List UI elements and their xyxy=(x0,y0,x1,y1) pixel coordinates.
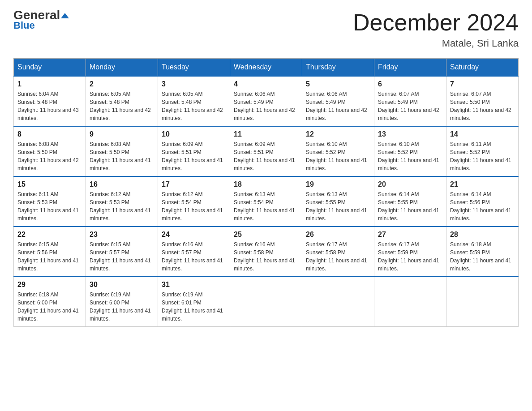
week-row-3: 15 Sunrise: 6:11 AM Sunset: 5:53 PM Dayl… xyxy=(14,176,519,227)
page-header: General Blue December 2024 Matale, Sri L… xyxy=(13,9,519,49)
day-info: Sunrise: 6:12 AM Sunset: 5:54 PM Dayligh… xyxy=(162,190,226,223)
day-info: Sunrise: 6:18 AM Sunset: 6:00 PM Dayligh… xyxy=(17,291,82,323)
day-info: Sunrise: 6:18 AM Sunset: 5:59 PM Dayligh… xyxy=(450,240,515,273)
day-number: 28 xyxy=(450,231,515,239)
day-number: 18 xyxy=(234,180,298,188)
day-info: Sunrise: 6:09 AM Sunset: 5:51 PM Dayligh… xyxy=(234,140,298,172)
day-number: 1 xyxy=(17,80,82,88)
calendar-cell: 30 Sunrise: 6:19 AM Sunset: 6:00 PM Dayl… xyxy=(86,277,158,327)
day-info: Sunrise: 6:07 AM Sunset: 5:49 PM Dayligh… xyxy=(378,90,442,122)
day-number: 21 xyxy=(450,180,515,188)
calendar-cell: 22 Sunrise: 6:15 AM Sunset: 5:56 PM Dayl… xyxy=(14,227,86,277)
calendar-header-row: SundayMondayTuesdayWednesdayThursdayFrid… xyxy=(14,59,519,77)
day-info: Sunrise: 6:07 AM Sunset: 5:50 PM Dayligh… xyxy=(450,90,515,122)
day-number: 30 xyxy=(90,281,154,289)
day-info: Sunrise: 6:15 AM Sunset: 5:57 PM Dayligh… xyxy=(90,240,154,273)
calendar-cell xyxy=(446,277,519,327)
logo-blue: Blue xyxy=(13,20,35,31)
day-number: 29 xyxy=(17,281,82,289)
day-info: Sunrise: 6:15 AM Sunset: 5:56 PM Dayligh… xyxy=(17,240,82,273)
calendar-cell: 14 Sunrise: 6:11 AM Sunset: 5:52 PM Dayl… xyxy=(446,126,519,176)
day-number: 16 xyxy=(90,180,154,188)
day-number: 5 xyxy=(306,80,370,88)
calendar-cell: 12 Sunrise: 6:10 AM Sunset: 5:52 PM Dayl… xyxy=(302,126,374,176)
day-info: Sunrise: 6:09 AM Sunset: 5:51 PM Dayligh… xyxy=(162,140,226,172)
day-info: Sunrise: 6:12 AM Sunset: 5:53 PM Dayligh… xyxy=(90,190,154,223)
day-info: Sunrise: 6:04 AM Sunset: 5:48 PM Dayligh… xyxy=(17,90,82,122)
day-number: 12 xyxy=(306,130,370,138)
calendar-cell: 31 Sunrise: 6:19 AM Sunset: 6:01 PM Dayl… xyxy=(158,277,230,327)
calendar-table: SundayMondayTuesdayWednesdayThursdayFrid… xyxy=(13,58,519,327)
day-info: Sunrise: 6:05 AM Sunset: 5:48 PM Dayligh… xyxy=(90,90,154,122)
day-info: Sunrise: 6:11 AM Sunset: 5:53 PM Dayligh… xyxy=(17,190,82,223)
day-info: Sunrise: 6:13 AM Sunset: 5:55 PM Dayligh… xyxy=(306,190,370,223)
day-number: 17 xyxy=(162,180,226,188)
day-info: Sunrise: 6:19 AM Sunset: 6:00 PM Dayligh… xyxy=(90,291,154,323)
logo: General Blue xyxy=(13,9,69,31)
day-number: 13 xyxy=(378,130,442,138)
calendar-cell: 26 Sunrise: 6:17 AM Sunset: 5:58 PM Dayl… xyxy=(302,227,374,277)
calendar-cell: 9 Sunrise: 6:08 AM Sunset: 5:50 PM Dayli… xyxy=(86,126,158,176)
day-number: 19 xyxy=(306,180,370,188)
calendar-cell: 16 Sunrise: 6:12 AM Sunset: 5:53 PM Dayl… xyxy=(86,176,158,227)
day-number: 27 xyxy=(378,231,442,239)
column-header-tuesday: Tuesday xyxy=(158,59,230,77)
day-number: 14 xyxy=(450,130,515,138)
day-info: Sunrise: 6:17 AM Sunset: 5:59 PM Dayligh… xyxy=(378,240,442,273)
week-row-5: 29 Sunrise: 6:18 AM Sunset: 6:00 PM Dayl… xyxy=(14,277,519,327)
day-number: 2 xyxy=(90,80,154,88)
calendar-cell xyxy=(230,277,302,327)
day-number: 7 xyxy=(450,80,515,88)
calendar-cell: 28 Sunrise: 6:18 AM Sunset: 5:59 PM Dayl… xyxy=(446,227,519,277)
calendar-cell xyxy=(374,277,446,327)
day-number: 8 xyxy=(17,130,82,138)
day-info: Sunrise: 6:19 AM Sunset: 6:01 PM Dayligh… xyxy=(162,291,226,323)
day-number: 10 xyxy=(162,130,226,138)
calendar-cell xyxy=(302,277,374,327)
calendar-cell: 25 Sunrise: 6:16 AM Sunset: 5:58 PM Dayl… xyxy=(230,227,302,277)
calendar-cell: 1 Sunrise: 6:04 AM Sunset: 5:48 PM Dayli… xyxy=(14,76,86,126)
week-row-2: 8 Sunrise: 6:08 AM Sunset: 5:50 PM Dayli… xyxy=(14,126,519,176)
day-info: Sunrise: 6:08 AM Sunset: 5:50 PM Dayligh… xyxy=(17,140,82,172)
week-row-4: 22 Sunrise: 6:15 AM Sunset: 5:56 PM Dayl… xyxy=(14,227,519,277)
calendar-cell: 6 Sunrise: 6:07 AM Sunset: 5:49 PM Dayli… xyxy=(374,76,446,126)
column-header-friday: Friday xyxy=(374,59,446,77)
calendar-cell: 3 Sunrise: 6:05 AM Sunset: 5:48 PM Dayli… xyxy=(158,76,230,126)
day-number: 20 xyxy=(378,180,442,188)
calendar-cell: 5 Sunrise: 6:06 AM Sunset: 5:49 PM Dayli… xyxy=(302,76,374,126)
day-number: 24 xyxy=(162,231,226,239)
day-number: 15 xyxy=(17,180,82,188)
day-number: 3 xyxy=(162,80,226,88)
column-header-wednesday: Wednesday xyxy=(230,59,302,77)
calendar-cell: 21 Sunrise: 6:14 AM Sunset: 5:56 PM Dayl… xyxy=(446,176,519,227)
calendar-cell: 7 Sunrise: 6:07 AM Sunset: 5:50 PM Dayli… xyxy=(446,76,519,126)
calendar-cell: 29 Sunrise: 6:18 AM Sunset: 6:00 PM Dayl… xyxy=(14,277,86,327)
main-title: December 2024 xyxy=(353,9,519,36)
calendar-cell: 4 Sunrise: 6:06 AM Sunset: 5:49 PM Dayli… xyxy=(230,76,302,126)
calendar-cell: 8 Sunrise: 6:08 AM Sunset: 5:50 PM Dayli… xyxy=(14,126,86,176)
calendar-cell: 18 Sunrise: 6:13 AM Sunset: 5:54 PM Dayl… xyxy=(230,176,302,227)
day-info: Sunrise: 6:14 AM Sunset: 5:55 PM Dayligh… xyxy=(378,190,442,223)
calendar-cell: 11 Sunrise: 6:09 AM Sunset: 5:51 PM Dayl… xyxy=(230,126,302,176)
day-number: 6 xyxy=(378,80,442,88)
calendar-cell: 10 Sunrise: 6:09 AM Sunset: 5:51 PM Dayl… xyxy=(158,126,230,176)
day-info: Sunrise: 6:14 AM Sunset: 5:56 PM Dayligh… xyxy=(450,190,515,223)
column-header-saturday: Saturday xyxy=(446,59,519,77)
title-section: December 2024 Matale, Sri Lanka xyxy=(353,9,519,49)
day-number: 11 xyxy=(234,130,298,138)
day-info: Sunrise: 6:10 AM Sunset: 5:52 PM Dayligh… xyxy=(306,140,370,172)
week-row-1: 1 Sunrise: 6:04 AM Sunset: 5:48 PM Dayli… xyxy=(14,76,519,126)
calendar-cell: 20 Sunrise: 6:14 AM Sunset: 5:55 PM Dayl… xyxy=(374,176,446,227)
column-header-thursday: Thursday xyxy=(302,59,374,77)
calendar-cell: 13 Sunrise: 6:10 AM Sunset: 5:52 PM Dayl… xyxy=(374,126,446,176)
calendar-cell: 17 Sunrise: 6:12 AM Sunset: 5:54 PM Dayl… xyxy=(158,176,230,227)
calendar-cell: 2 Sunrise: 6:05 AM Sunset: 5:48 PM Dayli… xyxy=(86,76,158,126)
calendar-cell: 23 Sunrise: 6:15 AM Sunset: 5:57 PM Dayl… xyxy=(86,227,158,277)
day-info: Sunrise: 6:17 AM Sunset: 5:58 PM Dayligh… xyxy=(306,240,370,273)
day-info: Sunrise: 6:11 AM Sunset: 5:52 PM Dayligh… xyxy=(450,140,515,172)
day-info: Sunrise: 6:06 AM Sunset: 5:49 PM Dayligh… xyxy=(234,90,298,122)
day-info: Sunrise: 6:10 AM Sunset: 5:52 PM Dayligh… xyxy=(378,140,442,172)
day-info: Sunrise: 6:13 AM Sunset: 5:54 PM Dayligh… xyxy=(234,190,298,223)
calendar-cell: 19 Sunrise: 6:13 AM Sunset: 5:55 PM Dayl… xyxy=(302,176,374,227)
column-header-monday: Monday xyxy=(86,59,158,77)
